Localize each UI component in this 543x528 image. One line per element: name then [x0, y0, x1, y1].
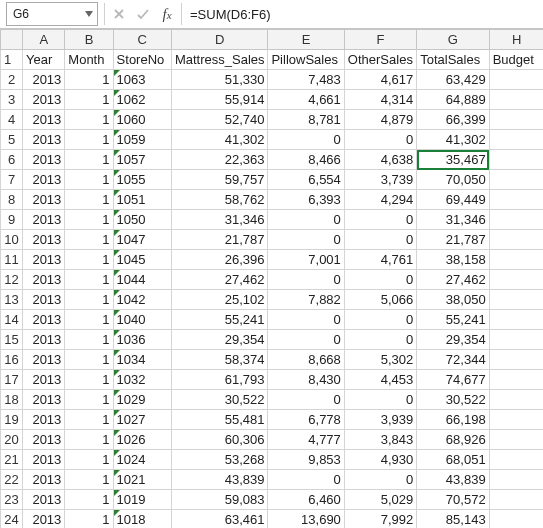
cell[interactable]: 8,668	[268, 350, 344, 370]
cell[interactable]	[489, 350, 543, 370]
cell[interactable]: 6,460	[268, 490, 344, 510]
cell[interactable]: 6,393	[268, 190, 344, 210]
row-header[interactable]: 9	[1, 210, 23, 230]
row-header[interactable]: 15	[1, 330, 23, 350]
header-cell[interactable]: Mattress_Sales	[171, 50, 268, 70]
cell[interactable]: 41,302	[171, 130, 268, 150]
cell[interactable]	[489, 290, 543, 310]
cell[interactable]: 1042	[113, 290, 171, 310]
header-cell[interactable]: StoreNo	[113, 50, 171, 70]
cell[interactable]: 1021	[113, 470, 171, 490]
header-cell[interactable]: Year	[23, 50, 65, 70]
cell[interactable]: 1036	[113, 330, 171, 350]
cell[interactable]: 7,001	[268, 250, 344, 270]
spreadsheet-grid[interactable]: A B C D E F G H 1YearMonthStoreNoMattres…	[0, 29, 543, 528]
cell[interactable]: 1055	[113, 170, 171, 190]
cell[interactable]	[489, 210, 543, 230]
cell[interactable]	[489, 310, 543, 330]
cell[interactable]: 68,051	[417, 450, 489, 470]
cell[interactable]: 1059	[113, 130, 171, 150]
cell[interactable]: 1	[65, 250, 113, 270]
cell[interactable]: 0	[268, 130, 344, 150]
cell[interactable]: 43,839	[171, 470, 268, 490]
cell[interactable]: 1	[65, 90, 113, 110]
cell[interactable]	[489, 110, 543, 130]
cell[interactable]: 21,787	[171, 230, 268, 250]
cell[interactable]: 59,757	[171, 170, 268, 190]
cell[interactable]: 1	[65, 470, 113, 490]
cell[interactable]: 2013	[23, 410, 65, 430]
cell[interactable]: 1019	[113, 490, 171, 510]
cell[interactable]: 2013	[23, 510, 65, 529]
cell[interactable]: 2013	[23, 70, 65, 90]
header-cell[interactable]: TotalSales	[417, 50, 489, 70]
row-header[interactable]: 12	[1, 270, 23, 290]
cell[interactable]: 2013	[23, 390, 65, 410]
cell[interactable]: 38,158	[417, 250, 489, 270]
cell[interactable]	[489, 230, 543, 250]
row-header[interactable]: 14	[1, 310, 23, 330]
cell[interactable]	[489, 370, 543, 390]
cell[interactable]: 1	[65, 150, 113, 170]
cell[interactable]: 1	[65, 290, 113, 310]
cell[interactable]: 2013	[23, 470, 65, 490]
cell[interactable]: 4,453	[344, 370, 416, 390]
cell[interactable]: 0	[344, 470, 416, 490]
cell[interactable]: 4,879	[344, 110, 416, 130]
cell[interactable]: 41,302	[417, 130, 489, 150]
cell[interactable]: 64,889	[417, 90, 489, 110]
cell[interactable]: 30,522	[171, 390, 268, 410]
cell[interactable]	[489, 430, 543, 450]
cell[interactable]	[489, 470, 543, 490]
cell[interactable]: 1	[65, 490, 113, 510]
name-box[interactable]: G6	[6, 2, 98, 26]
cell[interactable]: 4,617	[344, 70, 416, 90]
cell[interactable]: 1063	[113, 70, 171, 90]
cell[interactable]: 2013	[23, 190, 65, 210]
cell[interactable]	[489, 190, 543, 210]
cell[interactable]: 1027	[113, 410, 171, 430]
cell[interactable]: 0	[268, 390, 344, 410]
cell[interactable]: 1050	[113, 210, 171, 230]
cell[interactable]: 3,939	[344, 410, 416, 430]
fx-icon[interactable]: fx	[157, 4, 177, 24]
cell[interactable]: 61,793	[171, 370, 268, 390]
cell[interactable]	[489, 330, 543, 350]
cell[interactable]: 43,839	[417, 470, 489, 490]
cell[interactable]: 74,677	[417, 370, 489, 390]
cell[interactable]: 72,344	[417, 350, 489, 370]
cell[interactable]: 1	[65, 230, 113, 250]
row-header[interactable]: 19	[1, 410, 23, 430]
cell[interactable]: 0	[344, 330, 416, 350]
row-header[interactable]: 5	[1, 130, 23, 150]
cell[interactable]: 4,777	[268, 430, 344, 450]
cell[interactable]: 1045	[113, 250, 171, 270]
cell[interactable]: 70,050	[417, 170, 489, 190]
cell[interactable]: 38,050	[417, 290, 489, 310]
cell[interactable]: 2013	[23, 370, 65, 390]
cell[interactable]: 55,241	[171, 310, 268, 330]
cell[interactable]: 1	[65, 390, 113, 410]
cell[interactable]: 69,449	[417, 190, 489, 210]
cell[interactable]: 0	[268, 270, 344, 290]
row-header[interactable]: 1	[1, 50, 23, 70]
cell[interactable]: 1	[65, 170, 113, 190]
cell[interactable]: 1	[65, 510, 113, 529]
cell[interactable]: 0	[344, 230, 416, 250]
cell[interactable]: 52,740	[171, 110, 268, 130]
cell[interactable]: 66,399	[417, 110, 489, 130]
cell[interactable]: 1029	[113, 390, 171, 410]
cell[interactable]	[489, 410, 543, 430]
row-header[interactable]: 3	[1, 90, 23, 110]
cell[interactable]: 55,914	[171, 90, 268, 110]
cell[interactable]: 51,330	[171, 70, 268, 90]
row-header[interactable]: 8	[1, 190, 23, 210]
formula-input[interactable]	[184, 3, 543, 25]
cell[interactable]: 0	[268, 310, 344, 330]
row-header[interactable]: 6	[1, 150, 23, 170]
cell[interactable]: 85,143	[417, 510, 489, 529]
cell[interactable]: 1044	[113, 270, 171, 290]
cell[interactable]: 0	[268, 210, 344, 230]
cell[interactable]: 2013	[23, 130, 65, 150]
enter-icon[interactable]	[133, 4, 153, 24]
